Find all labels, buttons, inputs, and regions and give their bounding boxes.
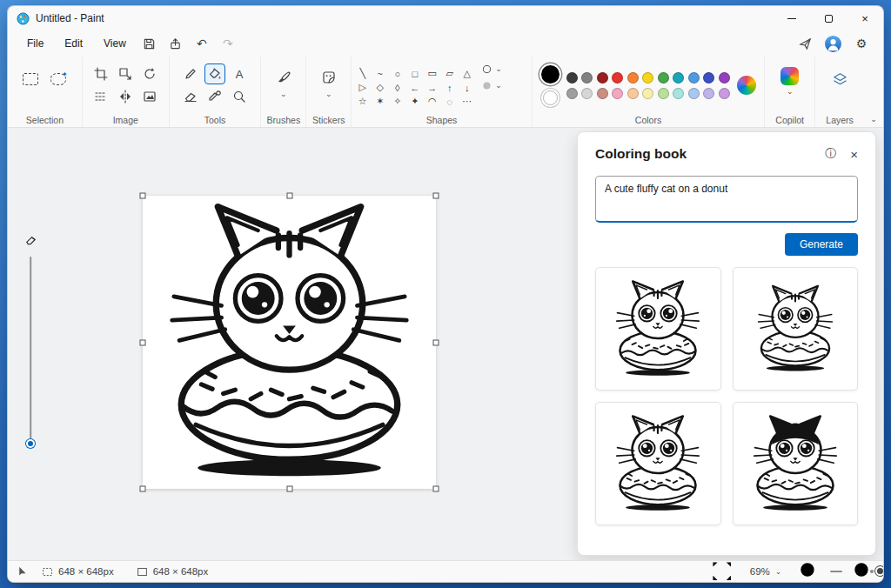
selection-handle[interactable] (433, 339, 439, 345)
crop-tool[interactable] (90, 63, 111, 84)
generated-image-card[interactable] (595, 402, 721, 525)
shape-icon[interactable]: ↓ (459, 81, 474, 94)
fit-to-screen-icon[interactable] (710, 559, 734, 583)
color-swatch[interactable] (673, 88, 684, 99)
color-swatch[interactable] (566, 88, 578, 99)
shape-icon[interactable]: ↑ (442, 81, 457, 94)
stickers-chevron-icon[interactable]: ⌄ (325, 90, 332, 98)
shape-icon[interactable]: ○ (390, 67, 405, 80)
color-swatch[interactable] (597, 88, 608, 99)
maximize-button[interactable] (810, 6, 847, 30)
export-icon[interactable] (164, 34, 187, 53)
text-tool[interactable]: A (229, 63, 250, 84)
selection-handle[interactable] (433, 193, 439, 199)
info-icon[interactable]: ⓘ (825, 146, 836, 162)
prompt-input[interactable]: A cute fluffy cat on a donut (595, 176, 858, 223)
shape-icon[interactable]: ☆ (355, 95, 370, 108)
magnifier-tool[interactable] (229, 86, 250, 107)
panel-close-icon[interactable]: × (850, 147, 858, 162)
ribbon-collapse-chevron[interactable]: ⌄ (864, 57, 883, 127)
generated-image-card[interactable] (733, 267, 859, 391)
feedback-icon[interactable] (794, 34, 816, 53)
color-swatch[interactable] (627, 72, 639, 84)
menu-file[interactable]: File (18, 34, 52, 53)
pencil-tool[interactable] (180, 63, 201, 84)
shape-outline-dropdown[interactable]: ⌄ (481, 63, 502, 75)
rectangle-select-tool[interactable] (20, 69, 41, 90)
color-swatch[interactable] (658, 88, 669, 99)
shape-icon[interactable]: ◠ (425, 95, 439, 108)
zoom-level-dropdown[interactable]: 69% ⌄ (743, 565, 789, 578)
tool-size-slider[interactable] (20, 231, 41, 460)
selection-handle[interactable] (286, 193, 292, 199)
redo-icon[interactable]: ↷ (217, 34, 239, 53)
shape-icon[interactable]: ~ (372, 67, 387, 80)
edit-colors-wheel-icon[interactable] (737, 76, 756, 95)
background-color-swatch[interactable] (543, 90, 558, 105)
color-swatch[interactable] (581, 72, 593, 84)
color-swatch[interactable] (688, 72, 700, 84)
generated-image-card[interactable] (595, 267, 721, 391)
flip-tool[interactable] (115, 86, 136, 107)
color-swatch[interactable] (658, 72, 669, 84)
shape-icon[interactable]: ▷ (355, 81, 370, 94)
shape-icon[interactable]: ✦ (407, 95, 422, 108)
shape-icon[interactable]: ▭ (425, 67, 439, 80)
copilot-chevron-icon[interactable]: ⌄ (787, 88, 794, 96)
account-avatar[interactable] (825, 36, 841, 52)
shape-icon[interactable]: ← (407, 81, 422, 94)
copilot-icon[interactable] (780, 67, 799, 85)
slider-thumb[interactable] (26, 439, 35, 448)
zoom-slider[interactable] (830, 566, 842, 577)
zoom-slider-track[interactable] (830, 571, 842, 572)
color-swatch[interactable] (581, 88, 593, 99)
color-swatch[interactable] (642, 88, 653, 99)
color-swatch[interactable] (719, 88, 730, 99)
resize-tool[interactable] (115, 63, 136, 84)
color-swatch[interactable] (719, 72, 730, 84)
zoom-out-icon[interactable] (797, 559, 821, 583)
color-swatch[interactable] (703, 88, 714, 99)
fill-tool[interactable] (204, 63, 225, 84)
layers-icon[interactable] (829, 69, 850, 90)
color-swatch[interactable] (703, 72, 714, 84)
color-swatch[interactable] (642, 72, 653, 84)
shape-icon[interactable]: ✧ (390, 95, 405, 108)
menu-edit[interactable]: Edit (56, 34, 91, 53)
shape-icon[interactable]: ▱ (442, 67, 457, 80)
selection-handle[interactable] (286, 486, 292, 492)
shape-fill-dropdown[interactable]: ⌄ (481, 80, 502, 91)
canvas[interactable] (143, 196, 436, 489)
shape-icon[interactable]: ╲ (355, 67, 370, 80)
color-swatch[interactable] (612, 88, 623, 99)
save-icon[interactable] (138, 34, 161, 53)
generate-button[interactable]: Generate (785, 233, 858, 256)
smart-select-tool[interactable]: ✦ (48, 69, 69, 90)
shape-icon[interactable]: △ (459, 67, 474, 80)
selection-handle[interactable] (140, 486, 146, 492)
color-swatch[interactable] (612, 72, 623, 84)
color-picker-tool[interactable] (204, 86, 225, 107)
titlebar[interactable]: Untitled - Paint × (8, 6, 883, 30)
brushes-chevron-icon[interactable]: ⌄ (280, 90, 287, 98)
rotate-tool[interactable] (139, 63, 160, 84)
generated-image-card[interactable] (733, 402, 859, 525)
shape-icon[interactable]: □ (407, 67, 422, 80)
eraser-icon[interactable] (22, 231, 39, 248)
minimize-button[interactable] (774, 6, 810, 30)
undo-icon[interactable]: ↶ (191, 34, 213, 53)
pattern-tool[interactable] (90, 86, 111, 107)
sticker-icon[interactable] (318, 67, 339, 88)
foreground-color-swatch[interactable] (541, 65, 559, 84)
menu-view[interactable]: View (95, 34, 135, 53)
shape-icon[interactable]: ⋯ (459, 95, 474, 108)
shape-icon[interactable]: → (425, 81, 439, 94)
color-swatch[interactable] (627, 88, 639, 99)
selection-handle[interactable] (433, 486, 439, 492)
shape-icon[interactable]: ◊ (390, 81, 405, 94)
color-swatch[interactable] (688, 88, 700, 99)
eraser-tool[interactable] (180, 86, 201, 107)
image-frame-tool[interactable] (139, 86, 160, 107)
zoom-slider-thumb[interactable] (875, 566, 884, 576)
color-swatch[interactable] (673, 72, 684, 84)
